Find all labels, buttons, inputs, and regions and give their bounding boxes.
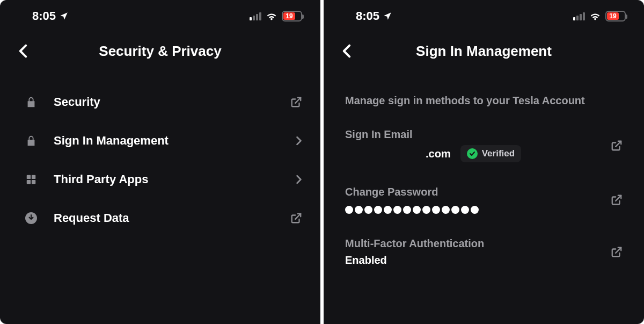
battery-percentage: 19 [286,13,292,19]
wifi-icon [266,10,277,22]
svg-rect-2 [27,180,31,184]
menu-item-request-data[interactable]: Request Data [24,201,302,235]
menu-item-label: Security [54,95,275,109]
pane-sign-in-management: 8:05 19 Sign In Man [324,0,644,324]
section-change-password[interactable]: Change Password [324,186,644,214]
menu-item-label: Request Data [54,211,275,225]
header: Security & Privacy [0,32,320,70]
menu-item-label: Third Party Apps [54,172,281,186]
external-link-icon [611,140,623,152]
svg-rect-3 [32,180,35,184]
sign-in-email-value-row: .com Verified [426,145,611,162]
status-time: 8:05 [356,9,379,23]
back-button[interactable] [18,44,28,58]
download-circle-icon [24,212,39,225]
mfa-status: Enabled [345,254,611,267]
status-bar: 8:05 19 [0,0,320,32]
cellular-icon [573,12,585,20]
page-title: Security & Privacy [99,43,221,60]
battery-icon: 19 [605,11,626,21]
lock-icon [24,96,39,109]
wifi-icon [589,10,601,22]
page-title: Sign In Management [416,43,552,60]
status-bar: 8:05 19 [324,0,644,32]
svg-rect-1 [32,175,35,179]
external-link-icon [611,246,623,258]
chevron-right-icon [296,136,302,146]
check-circle-icon [467,148,478,159]
menu-item-label: Sign In Management [54,134,281,148]
verified-badge: Verified [460,145,521,162]
change-password-label: Change Password [345,186,611,198]
lock-icon [24,134,39,147]
battery-percentage: 19 [609,13,616,19]
back-button[interactable] [342,44,352,58]
verified-label: Verified [482,148,515,159]
external-link-icon [290,212,302,224]
external-link-icon [611,194,623,206]
menu-list: Security Sign In Management Third Part [0,70,320,235]
status-time-group: 8:05 [356,9,392,23]
page-subtitle: Manage sign in methods to your Tesla Acc… [324,70,644,107]
sign-in-email-label: Sign In Email [345,128,611,141]
status-time-group: 8:05 [32,9,69,23]
section-mfa[interactable]: Multi-Factor Authentication Enabled [324,237,644,267]
cellular-icon [250,12,261,20]
status-time: 8:05 [32,9,56,23]
location-arrow-icon [59,11,69,21]
menu-item-security[interactable]: Security [24,85,302,119]
external-link-icon [290,96,302,108]
chevron-right-icon [296,175,302,184]
email-domain: .com [426,148,451,160]
header: Sign In Management [324,32,644,70]
pane-security-privacy: 8:05 19 Security & [0,0,320,324]
status-icons: 19 [573,10,626,22]
location-arrow-icon [383,11,392,21]
mfa-label: Multi-Factor Authentication [345,237,611,250]
password-mask [345,206,611,214]
section-sign-in-email[interactable]: Sign In Email .com Verified [324,128,644,162]
menu-item-third-party-apps[interactable]: Third Party Apps [24,162,302,197]
battery-icon: 19 [282,11,302,21]
apps-grid-icon [24,174,39,185]
svg-rect-0 [27,175,31,179]
status-icons: 19 [250,10,302,22]
menu-item-sign-in-management[interactable]: Sign In Management [24,124,302,158]
